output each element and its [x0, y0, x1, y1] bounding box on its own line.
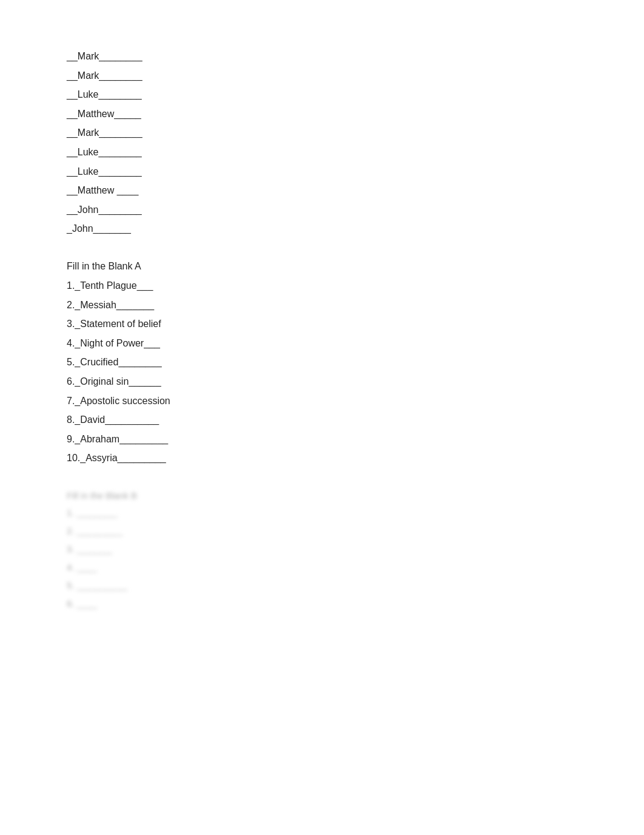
section2-item-9: 9._Abraham_________ [67, 431, 577, 447]
section1-item-1: __Mark________ [67, 49, 577, 64]
section1-item-6: __Luke________ [67, 144, 577, 160]
blurred-item-2: 2. _________ [67, 524, 577, 538]
blurred-item-1: 1. ________ [67, 505, 577, 520]
section1-item-10: _John_______ [67, 221, 577, 237]
page-content: __Mark________ __Mark________ __Luke____… [0, 0, 644, 663]
section2-item-1: 1._Tenth Plague___ [67, 278, 577, 294]
section1-item-8: __Matthew ____ [67, 183, 577, 198]
section2-item-6: 6._Original sin______ [67, 374, 577, 390]
blurred-item-6: 6. ____ [67, 597, 577, 611]
section1-item-5: __Mark________ [67, 125, 577, 141]
section1-item-7: __Luke________ [67, 164, 577, 180]
blurred-item-5: 5. __________ [67, 578, 577, 593]
section2-item-10: 10._Assyria_________ [67, 450, 577, 466]
section1-item-3: __Luke________ [67, 87, 577, 103]
section2-item-5: 5._Crucified________ [67, 354, 577, 370]
section2: Fill in the Blank A 1._Tenth Plague___ 2… [67, 261, 577, 466]
section2-title: Fill in the Blank A [67, 261, 577, 272]
section2-item-7: 7._Apostolic succession [67, 393, 577, 409]
section2-item-4: 4._Night of Power___ [67, 336, 577, 351]
section2-item-2: 2._Messiah_______ [67, 297, 577, 313]
blurred-section: Fill in the Blank B 1. ________ 2. _____… [67, 490, 577, 611]
section1-item-9: __John________ [67, 202, 577, 218]
section2-item-8: 8._David__________ [67, 412, 577, 428]
section2-item-3: 3._Statement of belief [67, 316, 577, 332]
section1-item-4: __Matthew_____ [67, 106, 577, 122]
blurred-item-4: 4. ____ [67, 560, 577, 575]
section1-item-2: __Mark________ [67, 68, 577, 84]
section1: __Mark________ __Mark________ __Luke____… [67, 49, 577, 237]
blurred-item-3: 3. _______ [67, 542, 577, 556]
blurred-title: Fill in the Blank B [67, 490, 577, 501]
